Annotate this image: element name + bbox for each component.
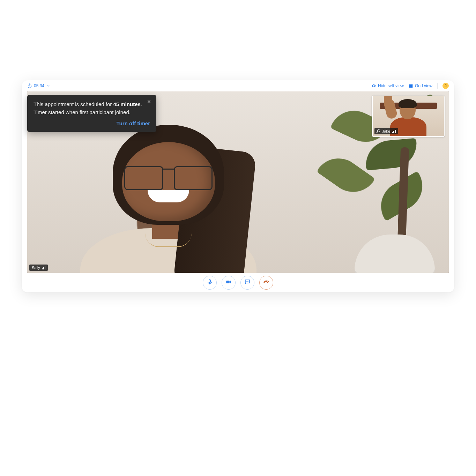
mic-button[interactable]: [203, 276, 217, 290]
stopwatch-icon: [27, 83, 32, 88]
user-avatar[interactable]: J: [442, 83, 449, 89]
pip-name-tag: Jake: [374, 128, 398, 134]
grid-view-button[interactable]: Grid view: [409, 83, 432, 88]
divider: [437, 83, 438, 89]
pip-participant-name: Jake: [382, 129, 390, 133]
tooltip-text: This appointment is scheduled for 45 min…: [34, 101, 150, 116]
hide-self-view-button[interactable]: Hide self view: [371, 83, 404, 88]
svg-rect-4: [409, 86, 411, 88]
svg-point-1: [373, 85, 374, 86]
chat-icon: [244, 279, 251, 287]
grid-icon: [409, 84, 413, 88]
self-view-pip[interactable]: Jake: [372, 96, 445, 137]
tooltip-duration: 45 minutes: [113, 101, 140, 107]
grid-view-label: Grid view: [415, 83, 432, 88]
main-participant-name-tag: Sally: [29, 265, 48, 271]
close-icon: [147, 98, 151, 106]
camera-icon: [225, 279, 232, 287]
turn-off-timer-button[interactable]: Turn off timer: [34, 120, 150, 128]
signal-icon: [392, 130, 396, 133]
top-bar: 05:34 Hide self view Grid view J: [22, 80, 454, 91]
signal-icon: [42, 266, 46, 269]
hide-self-view-label: Hide self view: [378, 83, 404, 88]
main-participant-figure: [52, 114, 284, 273]
tooltip-text-prefix: This appointment is scheduled for: [34, 101, 113, 107]
chat-button[interactable]: [240, 276, 254, 290]
avatar-initial: J: [445, 84, 447, 88]
phone-hangup-icon: [263, 279, 269, 287]
svg-rect-6: [209, 280, 211, 282]
camera-button[interactable]: [222, 276, 236, 290]
microphone-icon: [207, 279, 213, 287]
svg-rect-5: [411, 86, 412, 88]
svg-rect-7: [226, 281, 229, 283]
end-call-button[interactable]: [259, 276, 273, 290]
video-call-window: 05:34 Hide self view Grid view J: [22, 80, 454, 292]
svg-rect-2: [409, 84, 411, 85]
timer-value: 05:34: [34, 83, 44, 88]
main-participant-name: Sally: [32, 266, 40, 270]
chevron-down-icon: [46, 84, 50, 88]
timer-tooltip: This appointment is scheduled for 45 min…: [27, 95, 156, 132]
tooltip-close-button[interactable]: [145, 98, 153, 106]
timer-dropdown[interactable]: 05:34: [27, 83, 50, 88]
call-controls: [22, 273, 454, 292]
pin-icon: [376, 129, 381, 134]
svg-rect-3: [411, 84, 412, 85]
eye-icon: [371, 83, 376, 88]
